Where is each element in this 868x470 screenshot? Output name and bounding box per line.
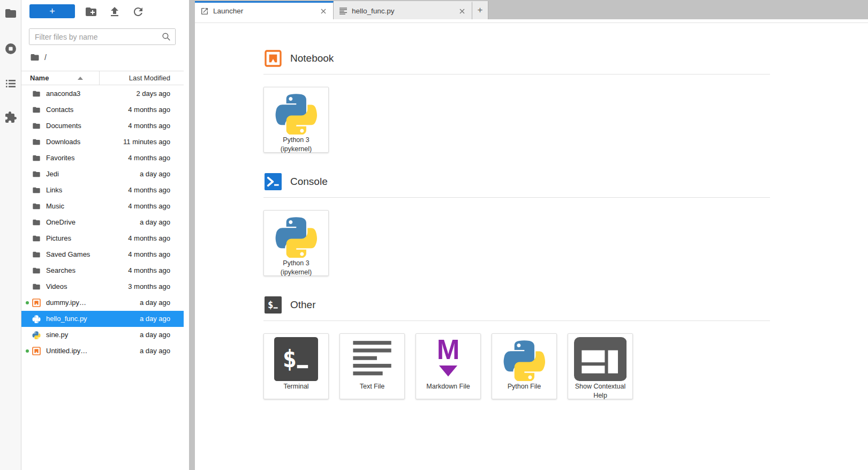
file-row[interactable]: Links 4 months ago [21,182,184,198]
text-file-icon [339,7,348,16]
file-row[interactable]: dummy.ipy… a day ago [21,295,184,311]
launcher-card-python-3-ipykernel-[interactable]: Python 3 (ipykernel) [263,210,329,276]
file-last-modified: a day ago [140,347,170,355]
filter-box [29,28,176,45]
column-header-name[interactable]: Name [30,74,49,82]
python-icon [32,331,41,339]
folder-icon [4,7,17,20]
card-label: Terminal [281,382,311,391]
new-folder-icon [85,5,97,18]
section-title: Other [290,299,316,311]
launcher-card-python-file[interactable]: Python File [492,333,557,399]
tab-bar-underline [195,19,868,23]
file-name: Saved Games [46,250,90,258]
card-label: Python 3 (ipykernel) [264,136,328,154]
refresh-button[interactable] [132,5,145,18]
file-row[interactable]: Untitled.ipy… a day ago [21,343,184,359]
launcher-card-markdown-file[interactable]: M Markdown File [416,333,481,399]
file-last-modified: 4 months ago [128,122,170,130]
file-row[interactable]: hello_func.py a day ago [21,311,184,327]
file-name: sine.py [46,331,68,339]
card-label: Show Contextual Help [568,382,632,400]
file-last-modified: 4 months ago [128,106,170,114]
terminal-icon: $ [265,296,282,314]
section-header: $ Other [263,296,770,314]
tab-bar: Launcher hello_func.py + [195,0,868,19]
file-row[interactable]: sine.py a day ago [21,327,184,343]
sidebar-splitter[interactable] [189,0,195,470]
sidebar-tab-extensions[interactable] [4,111,17,124]
python-icon [502,337,546,381]
file-row[interactable]: Contacts 4 months ago [21,102,184,118]
launcher-card-show-contextual-help[interactable]: Show Contextual Help [568,333,633,399]
file-name: Searches [46,266,76,274]
file-name: Untitled.ipy… [46,347,87,355]
section-header: Console [263,173,770,190]
filter-files-input[interactable] [29,29,175,44]
folder-icon [32,122,41,130]
launcher-section: $ Other $ Terminal Text File M Markdown … [263,296,770,399]
file-name: dummy.ipy… [46,299,86,307]
python-icon [32,315,41,323]
breadcrumb-root[interactable]: / [44,53,47,62]
console-icon [265,173,282,190]
file-row[interactable]: Music 4 months ago [21,198,184,214]
file-row[interactable]: OneDrive a day ago [21,214,184,230]
sidebar-tab-toc[interactable] [4,77,17,90]
file-last-modified: 4 months ago [128,266,170,274]
tab-launcher[interactable]: Launcher [195,1,334,19]
folder-icon [32,202,41,211]
file-last-modified: 4 months ago [128,234,170,242]
launcher-card-python-3-ipykernel-[interactable]: Python 3 (ipykernel) [263,87,329,153]
file-last-modified: a day ago [140,170,170,178]
launcher-card-terminal[interactable]: $ Terminal [263,333,329,399]
folder-icon [32,282,41,291]
root-folder-icon[interactable] [30,53,40,62]
stop-circle-icon [4,42,17,55]
notebook-icon [32,347,41,355]
file-name: Favorites [46,154,74,162]
section-divider [263,74,770,74]
folder-icon [32,266,41,275]
file-row[interactable]: Searches 4 months ago [21,263,184,279]
folder-icon [32,186,41,195]
file-name: Links [46,186,62,194]
launcher-card-text-file[interactable]: Text File [339,333,405,399]
card-row: Python 3 (ipykernel) [263,210,770,276]
file-row[interactable]: Downloads 11 minutes ago [21,134,184,150]
card-row: $ Terminal Text File M Markdown File Pyt… [263,333,770,399]
close-icon[interactable] [319,7,328,16]
file-row[interactable]: Pictures 4 months ago [21,230,184,247]
file-last-modified: 2 days ago [136,89,170,98]
file-row[interactable]: anaconda3 2 days ago [21,86,184,102]
launcher-icon [200,7,209,16]
search-icon [161,32,171,42]
upload-button[interactable] [108,5,121,18]
file-row[interactable]: Jedi a day ago [21,166,184,182]
folder-icon [32,250,41,259]
file-last-modified: 11 minutes ago [123,138,170,146]
notebook-icon [265,50,282,67]
close-icon[interactable] [458,7,466,16]
column-divider [99,71,100,85]
launcher-section: Console Python 3 (ipykernel) [263,173,770,276]
file-row[interactable]: Favorites 4 months ago [21,150,184,166]
sidebar-tab-file-browser[interactable] [4,7,17,20]
file-row[interactable]: Documents 4 months ago [21,118,184,134]
file-name: Music [46,202,64,210]
card-label: Python File [505,382,544,391]
column-header-last-modified[interactable]: Last Modified [129,74,170,82]
sidebar-tab-running[interactable] [4,42,17,55]
folder-icon [32,234,41,243]
running-kernel-indicator [26,301,29,304]
folder-icon [32,154,41,162]
toc-list-icon [4,77,17,90]
file-row[interactable]: Saved Games 4 months ago [21,247,184,263]
new-launcher-button[interactable]: + [29,4,75,18]
file-last-modified: a day ago [140,218,170,226]
new-folder-button[interactable] [85,5,97,18]
file-row[interactable]: Videos 3 months ago [21,279,184,295]
tab-hello-func-py[interactable]: hello_func.py [334,1,472,19]
add-tab-button[interactable]: + [472,1,488,19]
file-list: anaconda3 2 days ago Contacts 4 months a… [21,86,184,359]
